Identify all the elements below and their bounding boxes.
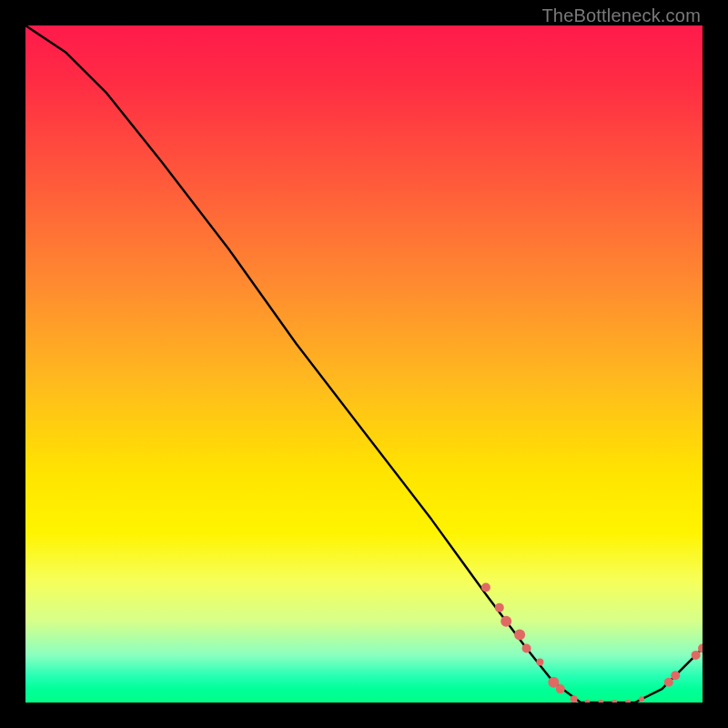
- data-point: [514, 630, 525, 641]
- data-point: [495, 603, 504, 612]
- data-point: [598, 700, 603, 703]
- chart-overlay: [25, 25, 703, 703]
- bottleneck-curve: [25, 25, 703, 703]
- data-point: [500, 616, 511, 627]
- data-point: [664, 678, 673, 687]
- chart-stage: TheBottleneck.com: [0, 0, 728, 728]
- highlight-points: [481, 583, 703, 703]
- data-point: [556, 684, 565, 693]
- watermark-text: TheBottleneck.com: [541, 5, 701, 26]
- data-point: [481, 583, 490, 592]
- data-point: [625, 700, 631, 703]
- data-point: [522, 644, 531, 653]
- plot-area: [25, 25, 703, 703]
- data-point: [692, 651, 701, 660]
- data-point: [639, 696, 644, 702]
- data-point: [671, 671, 680, 680]
- data-point: [612, 700, 617, 703]
- data-point: [585, 700, 591, 703]
- data-point: [571, 695, 578, 703]
- data-point: [536, 658, 543, 665]
